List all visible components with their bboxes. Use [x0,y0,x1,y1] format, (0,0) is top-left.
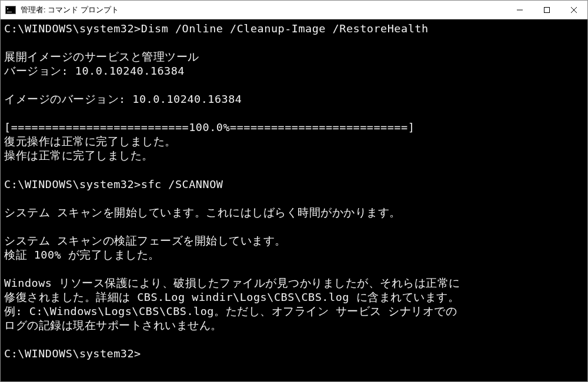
maximize-button[interactable] [533,1,560,19]
terminal-line [4,262,584,276]
terminal-line [4,78,584,92]
window-title: 管理者: コマンド プロンプト [21,5,506,15]
terminal-line: 例: C:\Windows\Logs\CBS\CBS.log。ただし、オフライン… [4,304,584,319]
terminal-line: [==========================100.0%=======… [4,120,584,135]
terminal-line: 操作は正常に完了しました。 [4,149,584,163]
terminal-line: 展開イメージのサービスと管理ツール [4,50,584,64]
terminal-line: イメージのバージョン: 10.0.10240.16384 [4,92,584,106]
close-icon [571,7,577,13]
terminal-line: Windows リソース保護により、破損したファイルが見つかりましたが、それらは… [4,276,584,290]
terminal-line: C:\WINDOWS\system32>sfc /SCANNOW [4,177,584,192]
minimize-icon [517,7,523,13]
titlebar[interactable]: 管理者: コマンド プロンプト [1,1,587,19]
terminal-line: システム スキャンの検証フェーズを開始しています。 [4,234,584,248]
minimize-button[interactable] [506,1,533,19]
terminal-line [4,36,584,50]
terminal-line [4,192,584,206]
terminal-line: 復元操作は正常に完了しました。 [4,135,584,149]
terminal-output[interactable]: C:\WINDOWS\system32>Dism /Online /Cleanu… [1,19,587,381]
cmd-icon [5,6,16,14]
terminal-line [4,163,584,177]
terminal-line: 検証 100% が完了しました。 [4,248,584,262]
terminal-line [4,333,584,347]
maximize-icon [544,7,550,13]
terminal-line: C:\WINDOWS\system32>Dism /Online /Cleanu… [4,22,584,36]
terminal-line: システム スキャンを開始しています。これにはしばらく時間がかかります。 [4,206,584,220]
svg-rect-1 [544,7,550,12]
window-controls [506,1,587,19]
terminal-line: 修復されました。詳細は CBS.Log windir\Logs\CBS\CBS.… [4,290,584,304]
terminal-line [4,220,584,234]
close-button[interactable] [560,1,587,19]
command-prompt-window: 管理者: コマンド プロンプト C:\WINDOWS\system32>Dism… [0,0,588,382]
terminal-line: C:\WINDOWS\system32> [4,347,584,361]
terminal-line: バージョン: 10.0.10240.16384 [4,64,584,78]
terminal-line [4,106,584,120]
terminal-line: ログの記録は現在サポートされいません。 [4,319,584,333]
